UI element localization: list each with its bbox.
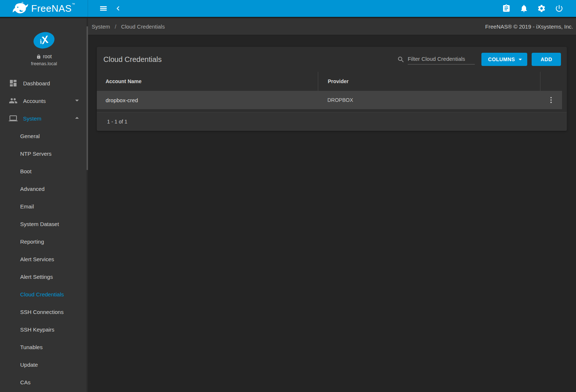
column-header-account-name[interactable]: Account Name (97, 72, 318, 91)
page-title: Cloud Credentials (103, 55, 162, 64)
cloud-credentials-card: Cloud Credentials COLUMNS ADD Account Na… (97, 47, 567, 131)
avatar: iX (32, 30, 56, 51)
username-line: root (0, 53, 88, 59)
table-footer: 1 - 1 of 1 (97, 112, 567, 131)
sidebar-item-label: Accounts (23, 98, 73, 104)
kebab-vertical-icon (547, 96, 555, 104)
nav-menu: Dashboard Accounts System GeneralNTP Ser… (0, 74, 88, 391)
cell-account-name: dropbox-cred (97, 97, 318, 103)
table-body: dropbox-credDROPBOX (97, 91, 567, 109)
breadcrumb-cloud-credentials[interactable]: Cloud Credentials (121, 23, 165, 30)
lock-icon (36, 54, 41, 59)
dashboard-icon (9, 79, 18, 88)
breadcrumb: System / Cloud Credentials (92, 23, 165, 30)
table-header-row: Account Name Provider (97, 72, 567, 91)
registered-mark: ® (21, 1, 23, 5)
sidebar-item-reporting[interactable]: Reporting (0, 233, 88, 250)
sidebar-item-ntp-servers[interactable]: NTP Servers (0, 145, 88, 162)
cell-actions (540, 93, 562, 107)
columns-button[interactable]: COLUMNS (481, 53, 528, 66)
sidebar-item-dashboard[interactable]: Dashboard (0, 74, 88, 92)
sidebar-item-accounts[interactable]: Accounts (0, 92, 88, 110)
copyright-text: FreeNAS® © 2019 - iXsystems, Inc. (485, 23, 574, 30)
sidebar: iX root freenas.local Dashboard Accounts (0, 18, 88, 392)
column-header-actions (540, 72, 567, 91)
top-bar: ® FreeNAS™ (0, 0, 576, 18)
hamburger-menu-icon[interactable] (96, 1, 111, 16)
caret-down-icon (516, 55, 524, 63)
sidebar-item-system[interactable]: System (0, 110, 88, 127)
cell-provider: DROPBOX (318, 97, 540, 103)
sidebar-item-tunables[interactable]: Tunables (0, 338, 88, 356)
sidebar-item-cloud-credentials[interactable]: Cloud Credentials (0, 285, 88, 303)
trademark-mark: ™ (71, 3, 75, 6)
paginator-range: 1 - 1 of 1 (107, 119, 127, 125)
chevron-down-icon (73, 96, 81, 106)
search-icon (397, 56, 405, 63)
sidebar-item-label: Dashboard (23, 80, 81, 86)
breadcrumb-bar: System / Cloud Credentials FreeNAS® © 20… (88, 18, 576, 35)
sidebar-item-general[interactable]: General (0, 127, 88, 145)
username: root (43, 53, 52, 59)
sidebar-item-boot[interactable]: Boot (0, 162, 88, 180)
top-toolbar (88, 0, 576, 17)
topbar-actions (499, 1, 566, 16)
sidebar-item-alert-settings[interactable]: Alert Settings (0, 268, 88, 285)
filter-box (397, 54, 475, 64)
freenas-shark-icon (12, 3, 29, 15)
brand-name: FreeNAS™ (31, 4, 75, 13)
people-icon (9, 96, 18, 105)
card-header: Cloud Credentials COLUMNS ADD (97, 47, 567, 72)
add-button-label: ADD (540, 56, 552, 62)
settings-gear-icon[interactable] (534, 1, 549, 16)
breadcrumb-system[interactable]: System (92, 23, 110, 30)
sidebar-item-system-dataset[interactable]: System Dataset (0, 215, 88, 233)
sidebar-item-label: System (23, 115, 73, 122)
user-block: iX root freenas.local (0, 18, 88, 66)
system-submenu: GeneralNTP ServersBootAdvancedEmailSyste… (0, 127, 88, 391)
sidebar-scrollbar-thumb[interactable] (87, 26, 88, 170)
notifications-bell-icon[interactable] (517, 1, 531, 16)
columns-button-label: COLUMNS (488, 56, 515, 62)
breadcrumb-separator: / (115, 23, 116, 30)
task-manager-icon[interactable] (499, 1, 514, 16)
sidebar-item-ssh-keypairs[interactable]: SSH Keypairs (0, 321, 88, 338)
row-actions-menu-button[interactable] (544, 93, 558, 107)
sidebar-item-update[interactable]: Update (0, 356, 88, 373)
sidebar-item-alert-services[interactable]: Alert Services (0, 250, 88, 268)
laptop-icon (9, 114, 18, 123)
power-icon[interactable] (552, 1, 566, 16)
sidebar-item-email[interactable]: Email (0, 197, 88, 215)
chevron-up-icon (73, 114, 81, 123)
add-button[interactable]: ADD (532, 53, 561, 66)
filter-input[interactable] (408, 54, 475, 64)
sidebar-item-cas[interactable]: CAs (0, 373, 88, 391)
table-gap (97, 109, 567, 112)
sidebar-item-advanced[interactable]: Advanced (0, 180, 88, 197)
hostname: freenas.local (0, 61, 88, 66)
freenas-logo[interactable]: ® FreeNAS™ (0, 0, 88, 17)
sidebar-item-ssh-connections[interactable]: SSH Connections (0, 303, 88, 321)
table-row[interactable]: dropbox-credDROPBOX (97, 91, 562, 109)
nav-back-icon[interactable] (111, 1, 125, 16)
column-header-provider[interactable]: Provider (318, 72, 540, 91)
